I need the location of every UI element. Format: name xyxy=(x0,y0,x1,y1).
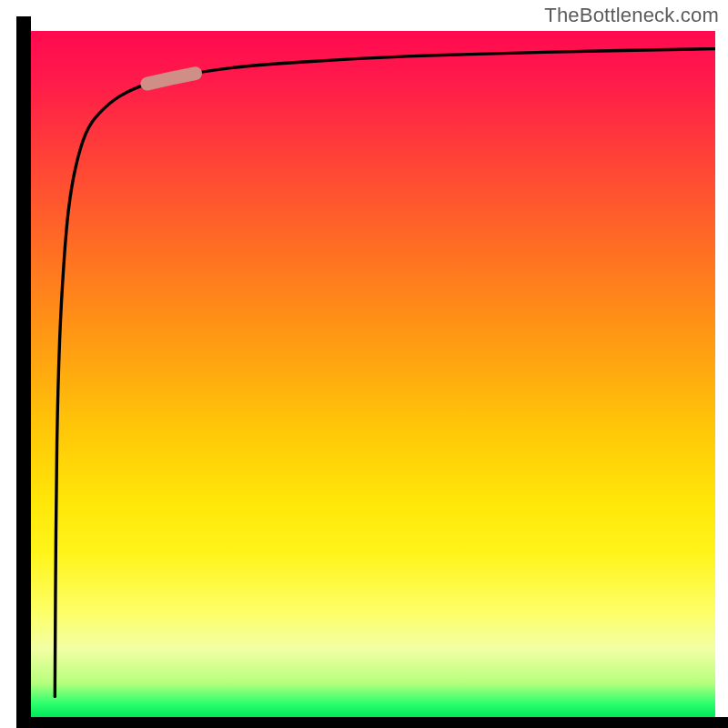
attribution-text: TheBottleneck.com xyxy=(544,4,719,27)
curve-path xyxy=(55,49,715,697)
highlight-path xyxy=(147,74,196,84)
plot-area xyxy=(31,31,715,717)
y-axis xyxy=(16,16,31,728)
curve-layer xyxy=(31,31,715,717)
x-axis xyxy=(16,717,728,728)
chart-frame: TheBottleneck.com xyxy=(0,0,728,728)
